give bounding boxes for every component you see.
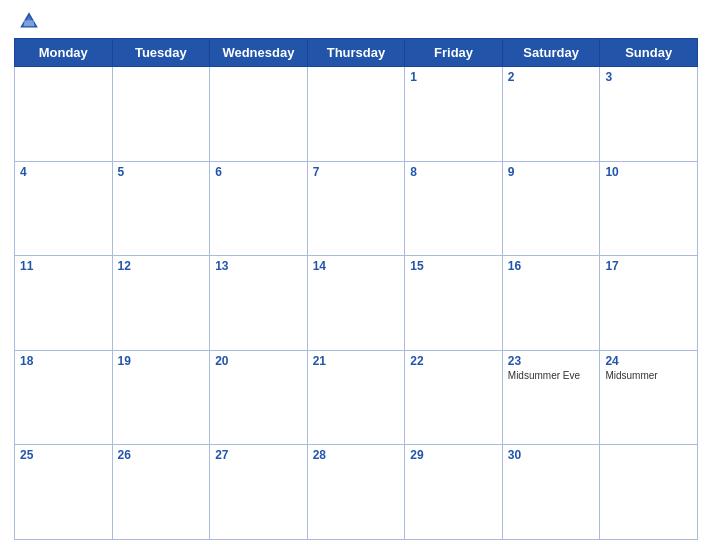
day-number: 10	[605, 165, 692, 179]
col-sunday: Sunday	[600, 39, 698, 67]
day-number: 15	[410, 259, 497, 273]
day-number: 30	[508, 448, 595, 462]
calendar-table: Monday Tuesday Wednesday Thursday Friday…	[14, 38, 698, 540]
weekday-header-row: Monday Tuesday Wednesday Thursday Friday…	[15, 39, 698, 67]
day-number: 20	[215, 354, 302, 368]
calendar-week-row: 181920212223Midsummer Eve24Midsummer	[15, 350, 698, 445]
logo-icon	[18, 10, 40, 32]
calendar-cell: 23Midsummer Eve	[502, 350, 600, 445]
calendar-cell: 27	[210, 445, 308, 540]
day-number: 28	[313, 448, 400, 462]
calendar-cell: 29	[405, 445, 503, 540]
calendar-cell: 25	[15, 445, 113, 540]
col-tuesday: Tuesday	[112, 39, 210, 67]
calendar-week-row: 123	[15, 67, 698, 162]
calendar-cell: 30	[502, 445, 600, 540]
day-number: 7	[313, 165, 400, 179]
day-number: 16	[508, 259, 595, 273]
calendar-cell: 17	[600, 256, 698, 351]
calendar-cell: 18	[15, 350, 113, 445]
calendar-cell: 24Midsummer	[600, 350, 698, 445]
calendar-cell: 12	[112, 256, 210, 351]
calendar-cell: 7	[307, 161, 405, 256]
calendar-page: Monday Tuesday Wednesday Thursday Friday…	[0, 0, 712, 550]
calendar-cell: 20	[210, 350, 308, 445]
calendar-week-row: 252627282930	[15, 445, 698, 540]
calendar-cell: 19	[112, 350, 210, 445]
col-monday: Monday	[15, 39, 113, 67]
day-number: 1	[410, 70, 497, 84]
calendar-week-row: 11121314151617	[15, 256, 698, 351]
day-number: 22	[410, 354, 497, 368]
calendar-cell: 6	[210, 161, 308, 256]
day-number: 11	[20, 259, 107, 273]
calendar-cell: 13	[210, 256, 308, 351]
calendar-cell: 14	[307, 256, 405, 351]
logo	[18, 10, 48, 32]
day-number: 26	[118, 448, 205, 462]
calendar-cell: 8	[405, 161, 503, 256]
calendar-cell: 9	[502, 161, 600, 256]
svg-rect-2	[24, 20, 34, 26]
calendar-cell	[307, 67, 405, 162]
day-number: 27	[215, 448, 302, 462]
calendar-cell	[112, 67, 210, 162]
calendar-cell: 3	[600, 67, 698, 162]
day-number: 17	[605, 259, 692, 273]
calendar-cell: 1	[405, 67, 503, 162]
col-thursday: Thursday	[307, 39, 405, 67]
calendar-cell: 11	[15, 256, 113, 351]
calendar-cell: 4	[15, 161, 113, 256]
day-number: 23	[508, 354, 595, 368]
day-number: 24	[605, 354, 692, 368]
calendar-cell	[210, 67, 308, 162]
day-number: 19	[118, 354, 205, 368]
calendar-cell: 22	[405, 350, 503, 445]
day-number: 9	[508, 165, 595, 179]
calendar-cell: 2	[502, 67, 600, 162]
day-number: 4	[20, 165, 107, 179]
calendar-cell	[600, 445, 698, 540]
calendar-cell: 28	[307, 445, 405, 540]
day-number: 18	[20, 354, 107, 368]
calendar-cell: 5	[112, 161, 210, 256]
col-friday: Friday	[405, 39, 503, 67]
day-number: 25	[20, 448, 107, 462]
day-number: 6	[215, 165, 302, 179]
day-number: 5	[118, 165, 205, 179]
calendar-cell: 21	[307, 350, 405, 445]
calendar-week-row: 45678910	[15, 161, 698, 256]
day-number: 29	[410, 448, 497, 462]
event-label: Midsummer Eve	[508, 370, 595, 381]
calendar-cell: 16	[502, 256, 600, 351]
day-number: 13	[215, 259, 302, 273]
calendar-cell: 10	[600, 161, 698, 256]
page-header	[14, 10, 698, 32]
col-wednesday: Wednesday	[210, 39, 308, 67]
day-number: 2	[508, 70, 595, 84]
day-number: 3	[605, 70, 692, 84]
day-number: 21	[313, 354, 400, 368]
event-label: Midsummer	[605, 370, 692, 381]
day-number: 14	[313, 259, 400, 273]
calendar-cell	[15, 67, 113, 162]
calendar-cell: 15	[405, 256, 503, 351]
day-number: 8	[410, 165, 497, 179]
col-saturday: Saturday	[502, 39, 600, 67]
day-number: 12	[118, 259, 205, 273]
calendar-cell: 26	[112, 445, 210, 540]
